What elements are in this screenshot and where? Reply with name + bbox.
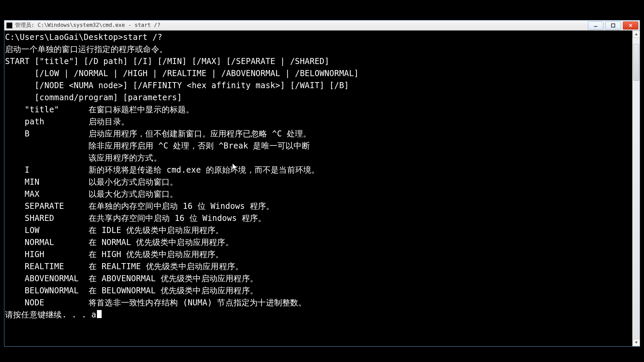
terminal-line: B 启动应用程序，但不创建新窗口。应用程序已忽略 ^C 处理。 (5, 128, 632, 140)
minimize-icon (593, 23, 598, 28)
terminal-line: SEPARATE 在单独的内存空间中启动 16 位 Windows 程序。 (5, 200, 632, 212)
terminal-line: I 新的环境将是传递给 cmd.exe 的原始环境，而不是当前环境。 (5, 164, 632, 176)
scroll-down-button[interactable] (633, 339, 640, 346)
terminal-line: HIGH 在 HIGH 优先级类中启动应用程序。 (5, 248, 632, 260)
terminal-line: NODE 将首选非一致性内存结构 (NUMA) 节点指定为十进制整数。 (5, 297, 632, 309)
window-buttons (588, 21, 638, 29)
chevron-down-icon (635, 341, 638, 344)
close-button[interactable] (623, 21, 638, 29)
svg-rect-0 (594, 26, 597, 27)
terminal-line: MIN 以最小化方式启动窗口。 (5, 176, 632, 188)
chevron-up-icon (635, 33, 638, 36)
title-bar[interactable]: 管理员: C:\Windows\system32\cmd.exe - start… (4, 20, 640, 31)
terminal-line: [/LOW | /NORMAL | /HIGH | /REALTIME | /A… (5, 67, 632, 79)
maximize-icon (611, 23, 615, 28)
terminal-line: SHARED 在共享内存空间中启动 16 位 Windows 程序。 (5, 212, 632, 224)
terminal-line: MAX 以最大化方式启动窗口。 (5, 188, 632, 200)
svg-marker-4 (635, 33, 638, 35)
scroll-up-button[interactable] (633, 31, 640, 38)
terminal-line: "title" 在窗口标题栏中显示的标题。 (5, 104, 632, 116)
window-title: 管理员: C:\Windows\system32\cmd.exe - start… (15, 22, 160, 29)
terminal-line: [command/program] [parameters] (5, 92, 632, 104)
terminal-output[interactable]: C:\Users\LaoGai\Desktop>start /?启动一个单独的窗… (5, 31, 632, 346)
cmd-window: 管理员: C:\Windows\system32\cmd.exe - start… (4, 20, 640, 347)
terminal-line: [/NODE <NUMA node>] [/AFFINITY <hex affi… (5, 79, 632, 92)
terminal-line: NORMAL 在 NORMAL 优先级类中启动应用程序。 (5, 236, 632, 248)
maximize-button[interactable] (605, 21, 621, 29)
cmd-icon (6, 22, 12, 28)
vertical-scrollbar[interactable] (632, 31, 640, 346)
scroll-thumb[interactable] (633, 44, 639, 81)
pause-prompt[interactable]: 请按任意键继续. . . a (5, 309, 632, 321)
terminal-line: LOW 在 IDLE 优先级类中启动应用程序。 (5, 224, 632, 236)
terminal-line: path 启动目录。 (5, 116, 632, 128)
terminal-line: BELOWNORMAL 在 BELOWNORMAL 优先级类中启动应用程序。 (5, 285, 632, 297)
terminal-line: 除非应用程序启用 ^C 处理，否则 ^Break 是唯一可以中断 (5, 140, 632, 152)
terminal-line: REALTIME 在 REALTIME 优先级类中启动应用程序。 (5, 260, 632, 273)
desktop-background: 管理员: C:\Windows\system32\cmd.exe - start… (0, 0, 644, 362)
text-cursor (97, 310, 102, 318)
terminal-line: 该应用程序的方式。 (5, 152, 632, 164)
terminal-line: START ["title"] [/D path] [/I] [/MIN] [/… (5, 55, 632, 67)
svg-rect-1 (611, 24, 615, 27)
svg-marker-5 (635, 342, 638, 344)
terminal-line: ABOVENORMAL 在 ABOVENORMAL 优先级类中启动应用程序。 (5, 273, 632, 285)
close-icon (628, 23, 633, 28)
minimize-button[interactable] (588, 21, 603, 29)
client-area: C:\Users\LaoGai\Desktop>start /?启动一个单独的窗… (4, 31, 640, 346)
terminal-line: 启动一个单独的窗口运行指定的程序或命令。 (5, 43, 632, 55)
terminal-line: C:\Users\LaoGai\Desktop>start /? (5, 31, 632, 43)
